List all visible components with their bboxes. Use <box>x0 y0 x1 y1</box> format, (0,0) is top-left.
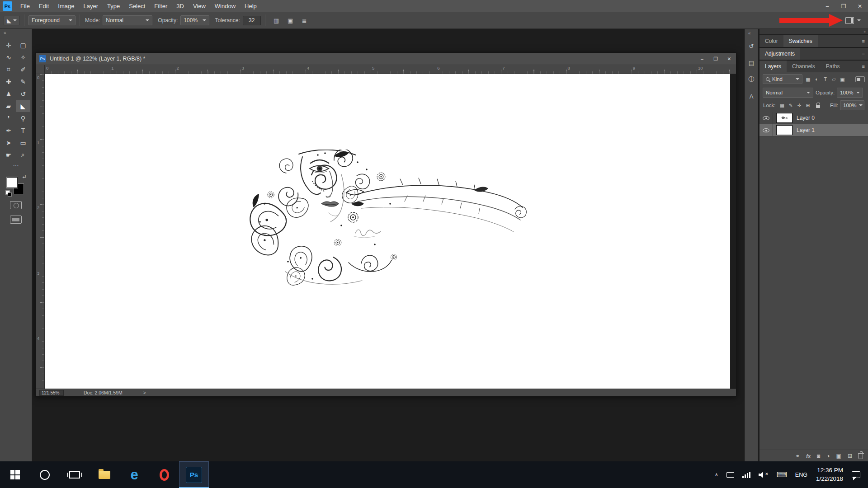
opera-button[interactable] <box>149 461 179 488</box>
screen-mode-icon[interactable] <box>10 216 22 224</box>
all-layers-icon[interactable]: ≣ <box>298 15 311 26</box>
panel-menu-icon[interactable]: ≡ <box>862 51 865 56</box>
edge-button[interactable]: e <box>119 461 149 488</box>
menu-item[interactable]: Type <box>103 0 124 12</box>
tab-layers[interactable]: Layers <box>760 61 787 72</box>
menu-item[interactable]: Help <box>240 0 261 12</box>
filter-pixel-icon[interactable]: ▦ <box>804 75 812 84</box>
kind-filter-select[interactable]: Kind <box>763 74 802 84</box>
tab-color[interactable]: Color <box>760 35 783 47</box>
history-panel-icon[interactable]: ↺ <box>746 41 756 51</box>
menu-item[interactable]: Filter <box>150 0 172 12</box>
ruler-origin-corner[interactable] <box>36 65 45 74</box>
filter-adjustment-icon[interactable]: ◐ <box>812 75 821 84</box>
doc-maximize-button[interactable]: ❐ <box>709 53 722 65</box>
pen-tool[interactable]: ✒ <box>1 124 16 136</box>
quick-selection-tool[interactable]: ✧ <box>16 51 30 63</box>
task-view-button[interactable] <box>60 461 90 488</box>
close-button[interactable]: ✕ <box>852 0 868 12</box>
info-panel-icon[interactable]: ⓘ <box>746 75 756 84</box>
dodge-tool[interactable]: ⚲ <box>16 112 30 124</box>
properties-panel-icon[interactable]: ▤ <box>746 58 756 68</box>
mode-select[interactable]: Normal <box>103 15 152 25</box>
edit-toolbar-icon[interactable]: ⋯ <box>1 162 30 169</box>
display-status-icon[interactable] <box>722 472 738 478</box>
paint-bucket-tool[interactable]: ◣ <box>16 100 30 112</box>
filter-smart-object-icon[interactable]: ▣ <box>838 75 847 84</box>
lock-position-icon[interactable]: ✛ <box>796 102 803 109</box>
canvas[interactable] <box>45 74 730 389</box>
eraser-tool[interactable]: ▰ <box>1 100 16 112</box>
doc-minimize-button[interactable]: – <box>695 53 709 65</box>
visibility-toggle[interactable] <box>760 124 773 136</box>
restore-button[interactable]: ❐ <box>835 0 852 12</box>
foreground-color-swatch[interactable] <box>7 177 18 188</box>
layers-opacity-select[interactable]: 100% <box>837 88 863 98</box>
volume-muted-icon[interactable]: ✕ <box>755 471 773 479</box>
menu-item[interactable]: 3D <box>172 0 189 12</box>
menu-item[interactable]: View <box>189 0 210 12</box>
crop-tool[interactable]: ⌗ <box>1 63 16 75</box>
layer-thumbnail[interactable] <box>776 113 793 123</box>
tab-swatches[interactable]: Swatches <box>783 35 818 47</box>
layer-thumbnail[interactable] <box>776 125 793 135</box>
new-layer-icon[interactable]: ⊞ <box>848 453 852 459</box>
clone-stamp-tool[interactable]: ♟ <box>1 88 16 100</box>
contiguous-icon[interactable]: ▣ <box>284 15 297 26</box>
tolerance-input[interactable] <box>243 16 261 25</box>
fill-select[interactable]: 100% <box>840 100 864 110</box>
vertical-ruler[interactable]: 01234 <box>36 74 45 389</box>
tab-paths[interactable]: Paths <box>821 61 845 72</box>
layer-mask-icon[interactable]: ◙ <box>817 453 820 459</box>
marquee-tool[interactable]: ▢ <box>16 39 30 51</box>
filter-shape-icon[interactable]: ▱ <box>830 75 838 84</box>
tray-overflow-icon[interactable]: ∧ <box>711 472 722 478</box>
layer-row-layer-0[interactable]: Layer 0 <box>760 112 868 124</box>
layer-name[interactable]: Layer 0 <box>797 115 815 121</box>
menu-item[interactable]: Edit <box>34 0 53 12</box>
type-tool[interactable]: T <box>16 124 30 136</box>
zoom-tool[interactable]: ⌕ <box>16 149 30 161</box>
link-layers-icon[interactable]: ⚭ <box>795 453 800 459</box>
expand-dock-icon[interactable]: « <box>745 29 758 38</box>
blend-mode-select[interactable]: Normal <box>763 88 813 98</box>
menu-item[interactable]: Image <box>53 0 79 12</box>
lasso-tool[interactable]: ∿ <box>1 51 16 63</box>
anti-alias-icon[interactable]: ▥ <box>270 15 283 26</box>
start-button[interactable] <box>0 461 30 488</box>
visibility-toggle[interactable] <box>760 112 773 124</box>
default-colors-icon[interactable] <box>5 190 10 195</box>
path-selection-tool[interactable]: ➤ <box>1 136 16 149</box>
filter-toggle-switch[interactable] <box>855 76 865 82</box>
healing-brush-tool[interactable]: ✚ <box>1 75 16 88</box>
toolbar-collapse-icon[interactable]: « <box>0 29 32 37</box>
layer-row-layer-1[interactable]: Layer 1 <box>760 124 868 136</box>
panel-menu-icon[interactable]: ≡ <box>862 64 865 69</box>
tab-channels[interactable]: Channels <box>787 61 821 72</box>
document-titlebar[interactable]: Ps Untitled-1 @ 122% (Layer 1, RGB/8) * … <box>36 53 736 65</box>
lock-transparency-icon[interactable]: ▦ <box>779 102 786 109</box>
layer-style-icon[interactable]: fx <box>806 453 811 459</box>
cortana-button[interactable] <box>30 461 60 488</box>
file-explorer-button[interactable] <box>90 461 119 488</box>
eyedropper-tool[interactable]: ✐ <box>16 63 30 75</box>
blur-tool[interactable]: ❜ <box>1 112 16 124</box>
brush-tool[interactable]: ✎ <box>16 75 30 88</box>
panel-menu-icon[interactable]: ≡ <box>862 38 865 44</box>
tool-preset-picker[interactable]: ◣ <box>4 16 20 25</box>
history-brush-tool[interactable]: ↺ <box>16 88 30 100</box>
character-panel-icon[interactable]: A <box>746 91 756 101</box>
menu-item[interactable]: Window <box>210 0 240 12</box>
doc-close-button[interactable]: ✕ <box>722 53 736 65</box>
layer-group-icon[interactable]: ▣ <box>836 453 841 459</box>
language-indicator[interactable]: ENG <box>791 472 811 478</box>
lock-artboard-icon[interactable]: ⊞ <box>805 102 811 109</box>
chevron-down-icon[interactable] <box>857 19 861 23</box>
filter-type-icon[interactable]: T <box>821 75 830 84</box>
collapse-dock-icon[interactable]: » <box>864 30 866 34</box>
layer-name[interactable]: Layer 1 <box>797 127 815 133</box>
zoom-level-field[interactable]: 121.55% <box>39 390 64 396</box>
rectangle-tool[interactable]: ▭ <box>16 136 30 149</box>
menu-item[interactable]: File <box>16 0 34 12</box>
hand-tool[interactable]: ☛ <box>1 149 16 161</box>
